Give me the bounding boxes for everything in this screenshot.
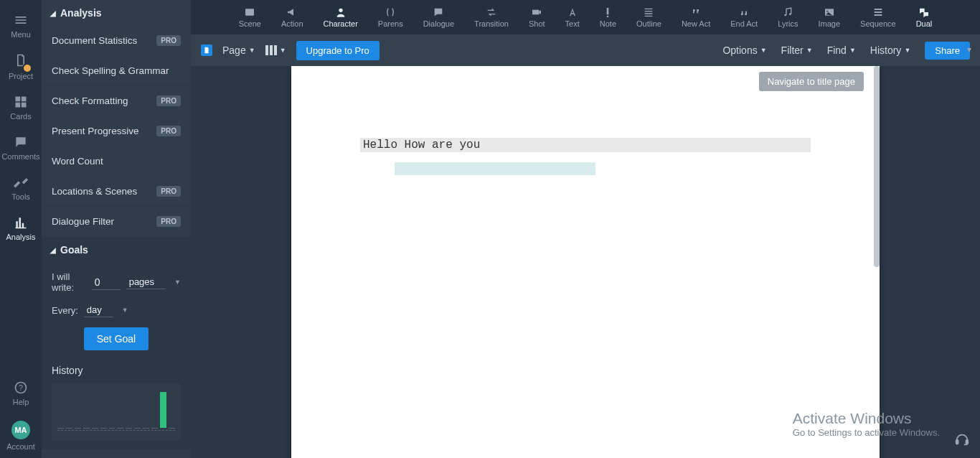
chevron-down-icon: ▼ <box>280 47 286 54</box>
help-icon: ? <box>14 380 28 395</box>
panel-item[interactable]: Check Spelling & Grammar <box>42 56 191 86</box>
tool-note[interactable]: Note <box>590 2 626 32</box>
options-dropdown[interactable]: Options▼ <box>722 45 766 56</box>
goal-every-select[interactable]: day <box>84 303 113 317</box>
page-dropdown[interactable]: Page▼ <box>222 45 255 56</box>
goals-header-label: Goals <box>60 244 88 256</box>
rail-cards-label: Cards <box>10 112 31 121</box>
panel-item[interactable]: Check FormattingPRO <box>42 86 191 116</box>
panel-item[interactable]: Present ProgressivePRO <box>42 116 191 146</box>
person-icon <box>334 6 347 18</box>
rail-help[interactable]: ? Help <box>0 373 42 413</box>
history-bar <box>83 428 90 429</box>
tool-outline[interactable]: Outline <box>626 2 672 32</box>
caret-down-icon: ▼ <box>122 307 128 314</box>
filter-dropdown[interactable]: Filter▼ <box>781 45 813 56</box>
dual-icon <box>918 6 930 18</box>
tool-lyrics[interactable]: Lyrics <box>768 2 808 32</box>
tool-image[interactable]: Image <box>809 2 851 32</box>
history-bar <box>92 428 98 429</box>
panel-item[interactable]: Document StatisticsPRO <box>42 26 191 56</box>
goals-section-header[interactable]: ◢ Goals <box>42 237 191 263</box>
tool-dual[interactable]: Dual <box>906 2 943 32</box>
character-line[interactable]: Hello How are you <box>360 138 811 152</box>
goals-body: I will write: pages ▼ Every: day ▼ Set G… <box>42 263 191 449</box>
tool-end-act[interactable]: End Act <box>720 2 768 32</box>
svg-point-7 <box>785 14 787 17</box>
overflow-menu[interactable]: ▾ <box>967 45 971 55</box>
note-icon <box>601 6 614 18</box>
rail-tools[interactable]: Tools <box>0 168 42 208</box>
goal-unit-select[interactable]: pages <box>126 275 166 289</box>
goal-count-input[interactable] <box>92 275 121 290</box>
tool-text[interactable]: Text <box>555 2 590 32</box>
parens-icon <box>384 6 397 18</box>
left-rail: Menu Project Cards Comments Tools Analys… <box>0 0 42 458</box>
wrench-icon <box>14 175 28 190</box>
document-icon[interactable] <box>201 45 212 56</box>
rail-cards[interactable]: Cards <box>0 88 42 128</box>
chevron-down-icon: ▼ <box>904 47 910 54</box>
rail-project[interactable]: Project <box>0 46 42 88</box>
panel-item-label: Word Count <box>52 156 103 167</box>
scrollbar[interactable] <box>874 66 880 267</box>
rail-menu[interactable]: Menu <box>0 6 42 46</box>
outline-icon <box>642 6 655 18</box>
svg-point-10 <box>826 11 828 12</box>
history-bar <box>109 428 116 429</box>
upgrade-button[interactable]: Upgrade to Pro <box>296 41 380 60</box>
speech-icon <box>432 6 445 18</box>
columns-icon <box>265 45 277 55</box>
analysis-section-header[interactable]: ◢ Analysis <box>42 0 191 26</box>
pro-badge: PRO <box>156 216 181 227</box>
panel-item[interactable]: Word Count <box>42 146 191 177</box>
svg-point-3 <box>339 9 342 12</box>
panel-item[interactable]: Locations & ScenesPRO <box>42 177 191 207</box>
columns-dropdown[interactable]: ▼ <box>265 45 286 55</box>
tool-parens[interactable]: Parens <box>368 2 413 32</box>
tool-scene[interactable]: Scene <box>229 2 271 32</box>
caret-down-icon: ◢ <box>50 9 56 17</box>
rail-comments[interactable]: Comments <box>0 128 42 168</box>
tool-new-act[interactable]: New Act <box>672 2 720 32</box>
rail-menu-label: Menu <box>11 30 31 39</box>
analysis-panel: ◢ Analysis Document StatisticsPROCheck S… <box>42 0 191 458</box>
rail-analysis[interactable]: Analysis <box>0 208 42 248</box>
quote-open-icon <box>689 6 702 18</box>
tool-action[interactable]: Action <box>271 2 314 32</box>
grid-icon <box>14 95 28 109</box>
every-label: Every: <box>52 305 78 316</box>
share-button[interactable]: Share <box>925 42 970 60</box>
panel-item[interactable]: Dialogue FilterPRO <box>42 207 191 237</box>
support-icon[interactable] <box>954 432 970 448</box>
history-title: History <box>52 365 181 376</box>
rail-account[interactable]: MA Account <box>0 413 42 458</box>
panel-item-label: Check Formatting <box>52 95 128 106</box>
title-page-tooltip: Navigate to title page <box>759 72 864 91</box>
svg-rect-4 <box>532 10 539 15</box>
tool-dialogue[interactable]: Dialogue <box>413 2 464 32</box>
camera-icon <box>530 6 543 18</box>
goal-unit-value: pages <box>129 276 154 287</box>
tool-sequence[interactable]: Sequence <box>850 2 906 32</box>
project-icon <box>14 53 28 72</box>
pro-badge: PRO <box>156 95 181 106</box>
find-dropdown[interactable]: Find▼ <box>827 45 856 56</box>
set-goal-button[interactable]: Set Goal <box>84 327 149 350</box>
pro-badge: PRO <box>156 35 181 46</box>
history-bar <box>57 428 64 429</box>
panel-item-label: Locations & Scenes <box>52 186 137 197</box>
svg-rect-5 <box>607 8 609 14</box>
chevron-down-icon: ▼ <box>806 47 813 54</box>
tool-character[interactable]: Character <box>314 2 368 32</box>
rail-help-label: Help <box>13 398 29 406</box>
tool-shot[interactable]: Shot <box>519 2 555 32</box>
history-dropdown[interactable]: History▼ <box>870 45 910 56</box>
panel-item-label: Dialogue Filter <box>52 216 114 227</box>
caret-down-icon: ▼ <box>174 279 181 286</box>
tool-transition[interactable]: Transition <box>464 2 519 32</box>
dialogue-line[interactable] <box>395 162 595 175</box>
rail-analysis-label: Analysis <box>6 233 36 241</box>
script-page[interactable]: Hello How are you <box>291 66 880 458</box>
pro-badge: PRO <box>156 126 181 136</box>
